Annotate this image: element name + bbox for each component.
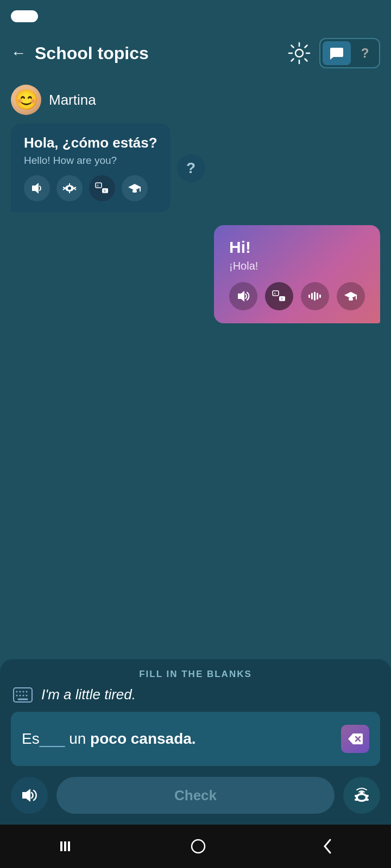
svg-line-13 (63, 188, 65, 190)
svg-marker-50 (22, 789, 30, 802)
bubble-right-sub: ¡Hola! (229, 260, 365, 272)
bubble-left-actions: A 文 (24, 175, 157, 201)
fill-blank: ___ (40, 730, 65, 747)
header: ← School topics ? (0, 33, 391, 74)
bubble-right-actions: A 文 (229, 282, 365, 310)
fill-text: Es___ un poco cansada. (22, 730, 196, 748)
svg-marker-22 (128, 184, 141, 190)
translate-button-right[interactable]: A 文 (265, 282, 293, 310)
graduate-button-left[interactable] (122, 175, 148, 201)
nav-bar (0, 825, 391, 868)
svg-marker-25 (238, 291, 244, 302)
svg-line-5 (292, 46, 294, 48)
translate-button-left[interactable]: A 文 (89, 175, 115, 201)
svg-rect-36 (349, 298, 353, 301)
user-name: Martina (49, 92, 96, 108)
svg-rect-31 (311, 293, 313, 299)
svg-rect-60 (68, 841, 70, 851)
svg-marker-9 (32, 183, 39, 194)
nav-back-button[interactable] (322, 838, 333, 854)
svg-rect-23 (133, 190, 137, 193)
svg-point-57 (360, 792, 363, 795)
fill-label: FILL IN THE BLANKS (0, 659, 391, 686)
svg-rect-30 (308, 295, 310, 298)
turtle-button-left[interactable] (56, 175, 83, 201)
question-bubble[interactable]: ? (177, 154, 205, 182)
svg-marker-35 (344, 292, 357, 298)
sound-button-left[interactable] (24, 175, 50, 201)
svg-rect-32 (314, 292, 316, 301)
chat-button[interactable] (323, 41, 351, 65)
svg-point-61 (192, 840, 205, 853)
fill-bold-text: poco cansada. (90, 730, 196, 747)
svg-point-11 (68, 187, 71, 190)
svg-point-55 (355, 799, 358, 801)
svg-line-8 (292, 59, 294, 61)
check-button[interactable]: Check (56, 777, 335, 814)
delete-button[interactable] (341, 725, 369, 753)
svg-rect-58 (60, 841, 62, 851)
sound-button-right[interactable] (229, 282, 257, 310)
svg-text:A: A (97, 184, 99, 187)
sound-button-bottom[interactable] (11, 777, 48, 814)
svg-point-56 (365, 799, 369, 801)
battery-indicator (11, 10, 38, 22)
settings-icon[interactable] (288, 42, 311, 65)
fill-text-before: Es (22, 730, 40, 747)
bubble-right: Hi! ¡Hola! A 文 (214, 225, 380, 323)
svg-point-52 (358, 795, 365, 800)
chat-area: Martina Hola, ¿cómo estás? Hello! How ar… (0, 74, 391, 323)
bubble-left: Hola, ¿cómo estás? Hello! How are you? (11, 124, 171, 212)
svg-rect-59 (64, 841, 66, 851)
message-left-row: Hola, ¿cómo estás? Hello! How are you? (11, 124, 380, 212)
svg-text:文: 文 (280, 297, 283, 301)
keyboard-icon[interactable] (13, 687, 33, 703)
turtle-button-bottom[interactable] (343, 777, 380, 814)
status-bar (0, 0, 391, 33)
graduate-button-right[interactable] (337, 282, 365, 310)
svg-rect-34 (319, 295, 321, 298)
bubble-left-sub: Hello! How are you? (24, 155, 157, 167)
user-info: Martina (11, 85, 380, 115)
svg-text:文: 文 (103, 189, 106, 193)
audio-wave-button-right[interactable] (301, 282, 329, 310)
fill-text-after: un (65, 730, 90, 747)
header-right-buttons: ? (319, 38, 380, 68)
nav-menu-button[interactable] (58, 840, 74, 852)
back-button[interactable]: ← (11, 44, 26, 62)
fill-bottom: Check (0, 777, 391, 814)
svg-point-0 (295, 49, 303, 57)
avatar (11, 85, 41, 115)
help-button[interactable]: ? (353, 41, 377, 65)
svg-line-6 (305, 59, 307, 61)
svg-point-54 (365, 795, 369, 797)
svg-line-7 (305, 46, 307, 48)
bubble-right-main: Hi! (229, 238, 365, 257)
page-title: School topics (35, 43, 279, 63)
fill-top-bar: I'm a little tired. (0, 686, 391, 712)
fill-section: FILL IN THE BLANKS I'm a little tired. E… (0, 659, 391, 825)
svg-rect-33 (317, 293, 318, 299)
svg-point-53 (355, 795, 358, 797)
message-right-row: Hi! ¡Hola! A 文 (11, 225, 380, 323)
nav-home-button[interactable] (190, 838, 206, 854)
bubble-left-main: Hola, ¿cómo estás? (24, 135, 157, 151)
fill-sentence: I'm a little tired. (41, 686, 136, 703)
svg-line-15 (74, 188, 76, 190)
svg-text:A: A (274, 292, 276, 295)
fill-input-area[interactable]: Es___ un poco cansada. (11, 712, 380, 766)
